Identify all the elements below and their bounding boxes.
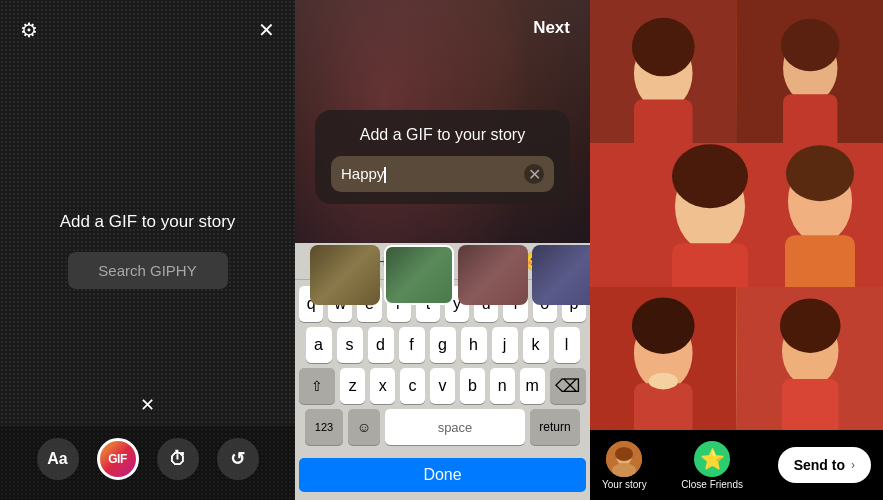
svg-point-2: [632, 18, 695, 77]
timer-tool-button[interactable]: ⏱: [157, 438, 199, 480]
story-cell-2: [737, 0, 884, 143]
your-story-button[interactable]: Your story: [602, 441, 647, 490]
key-space[interactable]: space: [385, 409, 525, 445]
send-to-button[interactable]: Send to ›: [778, 447, 871, 483]
modal-box: Add a GIF to your story Happy ✕: [315, 110, 570, 204]
top-icons: ⚙ ✕: [0, 18, 295, 42]
story-visual-5: [590, 287, 737, 430]
key-z[interactable]: z: [340, 368, 365, 404]
key-h[interactable]: h: [461, 327, 487, 363]
story-share-panel: Your story ⭐ Close Friends Send to ›: [590, 0, 883, 500]
user-avatar: [606, 441, 642, 477]
key-x[interactable]: x: [370, 368, 395, 404]
key-k[interactable]: k: [523, 327, 549, 363]
story-cell-3: [590, 143, 883, 286]
clear-search-button[interactable]: ✕: [524, 164, 544, 184]
key-v[interactable]: v: [430, 368, 455, 404]
gif-thumb-1[interactable]: [310, 245, 380, 305]
modal-title: Add a GIF to your story: [331, 126, 554, 144]
svg-point-17: [632, 297, 695, 354]
search-input[interactable]: Happy: [341, 165, 516, 183]
story-cell-1: [590, 0, 737, 143]
key-a[interactable]: a: [306, 327, 332, 363]
gif-thumb-2[interactable]: [384, 245, 454, 305]
key-shift[interactable]: ⇧: [299, 368, 335, 404]
next-button[interactable]: Next: [533, 18, 570, 38]
svg-rect-7: [783, 94, 837, 143]
key-m[interactable]: m: [520, 368, 545, 404]
key-s[interactable]: s: [337, 327, 363, 363]
story-visual-3: [590, 143, 883, 286]
your-story-label: Your story: [602, 479, 647, 490]
avatar-icon: [606, 441, 642, 477]
svg-rect-23: [781, 379, 838, 430]
svg-point-13: [786, 145, 854, 201]
story-cell-6: [737, 287, 884, 430]
story-visual-6: [737, 287, 884, 430]
key-d[interactable]: d: [368, 327, 394, 363]
search-giphy-button[interactable]: Search GIPHY: [68, 252, 228, 289]
svg-rect-18: [634, 383, 693, 430]
svg-point-26: [615, 447, 633, 461]
close-top-icon[interactable]: ✕: [258, 18, 275, 42]
key-row-2: a s d f g h j k l: [299, 327, 586, 363]
panel3-bottom-bar: Your story ⭐ Close Friends Send to ›: [590, 430, 883, 500]
key-emoji[interactable]: ☺: [348, 409, 380, 445]
key-c[interactable]: c: [400, 368, 425, 404]
chevron-right-icon: ›: [851, 458, 855, 472]
key-g[interactable]: g: [430, 327, 456, 363]
key-n[interactable]: n: [490, 368, 515, 404]
svg-point-22: [779, 298, 840, 352]
svg-rect-3: [634, 99, 693, 143]
svg-point-19: [649, 372, 678, 389]
svg-rect-14: [785, 235, 855, 286]
svg-point-6: [780, 19, 839, 71]
done-row: Done: [295, 454, 590, 500]
key-b[interactable]: b: [460, 368, 485, 404]
key-numbers[interactable]: 123: [305, 409, 343, 445]
text-tool-button[interactable]: Aa: [37, 438, 79, 480]
gif-search-panel: Next Add a GIF to your story Happy ✕ "Ha…: [295, 0, 590, 500]
key-j[interactable]: j: [492, 327, 518, 363]
done-button[interactable]: Done: [299, 458, 586, 492]
key-return[interactable]: return: [530, 409, 580, 445]
close-friends-icon: ⭐: [694, 441, 730, 477]
panel1-content: Add a GIF to your story Search GIPHY: [60, 212, 236, 289]
text-cursor: [384, 167, 386, 183]
story-visual-1: [590, 0, 737, 143]
timer-icon: ⏱: [169, 449, 187, 470]
story-visual-2: [737, 0, 884, 143]
gif-search-modal: Add a GIF to your story Happy ✕: [315, 110, 570, 204]
svg-point-10: [672, 144, 748, 208]
key-f[interactable]: f: [399, 327, 425, 363]
close-friends-button[interactable]: ⭐ Close Friends: [681, 441, 743, 490]
toolbar: Aa GIF ⏱ ↺: [0, 426, 295, 500]
search-row: Happy ✕: [331, 156, 554, 192]
gif-thumb-3[interactable]: [458, 245, 528, 305]
settings-icon[interactable]: ⚙: [20, 18, 38, 42]
rewind-tool-button[interactable]: ↺: [217, 438, 259, 480]
send-to-label: Send to: [794, 457, 845, 473]
close-friends-label: Close Friends: [681, 479, 743, 490]
key-row-4: 123 ☺ space return: [299, 409, 586, 445]
key-row-3: ⇧ z x c v b n m ⌫: [299, 368, 586, 404]
story-grid: [590, 0, 883, 430]
star-icon: ⭐: [700, 447, 725, 471]
rewind-icon: ↺: [230, 448, 245, 470]
panel1-title: Add a GIF to your story: [60, 212, 236, 232]
svg-rect-11: [672, 243, 748, 286]
close-x-button[interactable]: ✕: [0, 394, 295, 416]
key-l[interactable]: l: [554, 327, 580, 363]
key-backspace[interactable]: ⌫: [550, 368, 586, 404]
panel1-bottom: ✕ Aa GIF ⏱ ↺: [0, 394, 295, 500]
story-cell-5: [590, 287, 737, 430]
gif-results-strip: [295, 245, 590, 305]
gif-tool-button[interactable]: GIF: [97, 438, 139, 480]
keyboard-rows: q w e r t y u i o p a s d f g h j k l: [295, 280, 590, 454]
gif-thumb-4[interactable]: [532, 245, 590, 305]
gif-picker-panel: ⚙ ✕ Add a GIF to your story Search GIPHY…: [0, 0, 295, 500]
